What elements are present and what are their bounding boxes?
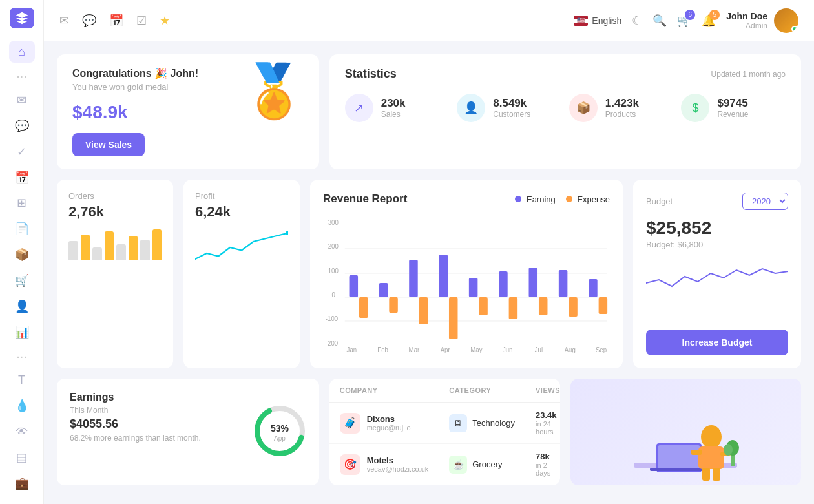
search-icon[interactable]: 🔍 [652,14,667,28]
products-icon: 📦 [569,94,598,122]
svg-text:200: 200 [328,243,339,250]
revenue-icon: $ [681,94,709,122]
sidebar-item-drop[interactable]: 💧 [9,395,35,417]
svg-point-0 [286,231,288,235]
company-icon: 🧳 [340,413,360,434]
language-label: English [592,16,621,26]
revenue-header: Revenue Report Earning Expense [323,193,610,205]
stat-sales-label: Sales [381,110,406,119]
medal-icon: 🏅 [242,61,306,121]
illustration-card [570,379,801,485]
mail-icon[interactable]: ✉ [59,14,69,28]
main-content: ✉ 💬 📅 ☑ ★ 🇺🇸 English ☾ 🔍 🛒 6 🔔 [44,0,814,504]
stat-products-value: 1.423k [605,97,639,110]
sidebar-item-calendar[interactable]: 📅 [9,167,35,189]
profit-card: Profit 6,24k [183,180,300,368]
stat-customers: 👤 8.549k Customers [457,94,561,122]
svg-text:Jul: Jul [535,346,543,353]
sidebar-item-cart[interactable]: 🛒 [9,269,35,291]
sidebar-item-text[interactable]: T [9,370,35,392]
sidebar: ⌂ ··· ✉ 💬 ✓ 📅 ⊞ 📄 📦 🛒 👤 📊 ··· T 💧 👁 ▤ 💼 [0,0,44,504]
col-company: COMPANY [329,379,439,403]
avatar[interactable] [774,8,798,33]
star-icon[interactable]: ★ [160,14,170,28]
user-profile[interactable]: John Doe Admin [726,8,798,33]
orders-chart [68,228,162,260]
svg-rect-17 [529,268,538,297]
sidebar-item-docs[interactable]: 📄 [9,218,35,240]
flag-icon: 🇺🇸 [574,16,588,26]
sidebar-item-briefcase[interactable]: 💼 [9,472,35,494]
views-sub: in 24 hours [536,420,560,436]
bar-5 [116,244,126,260]
sidebar-item-chat[interactable]: 💬 [9,115,35,137]
profit-chart [195,228,288,267]
logo[interactable] [10,8,34,28]
sidebar-item-reports[interactable]: 📊 [9,321,35,343]
svg-point-46 [701,425,722,448]
category-name: Grocery [472,459,502,469]
stat-products-label: Products [605,110,639,119]
svg-text:100: 100 [328,268,339,275]
chat-icon[interactable]: 💬 [82,14,96,28]
svg-text:300: 300 [328,219,339,226]
congrats-card: Congratulations 🎉 John! You have won gol… [57,54,319,169]
stat-revenue-label: Revenue [717,110,748,119]
year-select[interactable]: 2020 2021 2022 [742,193,788,210]
statistics-card: Statistics Updated 1 month ago ↗ 230k Sa… [329,54,801,169]
moon-icon[interactable]: ☾ [632,14,642,28]
sidebar-item-packages[interactable]: 📦 [9,244,35,266]
legend-earning: Earning [515,194,555,204]
check-icon[interactable]: ☑ [136,14,147,28]
company-info: Motels vecav@hodzi.co.uk [367,456,429,473]
revenue-chart: 300 200 100 0 -100 -200 [323,213,610,355]
view-sales-button[interactable]: View Sales [72,133,145,156]
sidebar-item-users[interactable]: 👤 [9,295,35,317]
category-icon: 🖥 [449,414,467,432]
stats-grid: ↗ 230k Sales 👤 8.549k Customers [345,94,786,122]
svg-rect-16 [499,271,508,297]
header: ✉ 💬 📅 ☑ ★ 🇺🇸 English ☾ 🔍 🛒 6 🔔 [44,0,814,41]
sidebar-item-home[interactable]: ⌂ [9,41,35,63]
profit-value: 6,24k [195,204,288,220]
user-name: John Doe [726,11,767,21]
notifications-button[interactable]: 🔔 5 [702,14,716,28]
svg-rect-12 [379,283,388,297]
svg-rect-25 [509,297,518,319]
svg-rect-26 [539,297,548,315]
sidebar-item-layers[interactable]: ▤ [9,446,35,468]
svg-text:Apr: Apr [441,346,451,353]
increase-budget-button[interactable]: Increase Budget [646,330,788,355]
views-value: 23.4k [536,410,560,420]
sidebar-item-tasks[interactable]: ✓ [9,141,35,163]
svg-rect-13 [409,260,418,297]
svg-text:Jun: Jun [503,346,513,353]
calendar-icon[interactable]: 📅 [109,14,123,28]
cart-badge: 6 [685,10,695,20]
svg-rect-48 [691,450,702,455]
company-cell: 🎯 Motels vecav@hodzi.co.uk [329,444,439,485]
col-views: VIEWS [525,379,560,403]
sidebar-item-eye[interactable]: 👁 [9,421,35,443]
cart-button[interactable]: 🛒 6 [677,14,691,28]
company-name: Motels [367,456,429,465]
donut-chart: 53% App [251,402,309,463]
svg-rect-22 [419,297,428,324]
stat-sales: ↗ 230k Sales [345,94,450,122]
svg-text:-100: -100 [326,315,339,322]
bar-8 [152,229,162,260]
svg-rect-24 [479,297,488,315]
company-name: Dixons [367,414,411,424]
orders-card: Orders 2,76k [57,180,173,368]
stats-title: Statistics [345,67,397,81]
sidebar-item-mail[interactable]: ✉ [9,89,35,111]
bar-7 [140,240,150,260]
language-selector[interactable]: 🇺🇸 English [574,16,621,26]
revenue-title: Revenue Report [323,193,407,205]
budget-amount: $25,852 [646,218,788,238]
stat-products-text: 1.423k Products [605,97,639,119]
sidebar-item-grid[interactable]: ⊞ [9,192,35,214]
svg-rect-51 [713,468,720,481]
stat-revenue-value: $9745 [717,97,748,110]
budget-wave-chart [646,257,788,296]
